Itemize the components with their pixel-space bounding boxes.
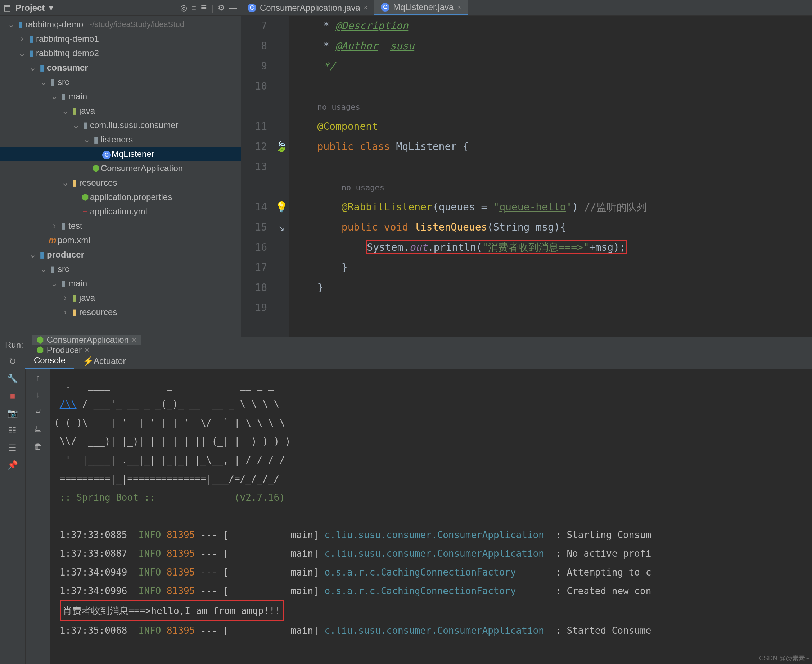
impl-icon[interactable]: ↘ xyxy=(274,217,289,238)
class-icon: C xyxy=(381,3,390,11)
leaf-icon[interactable]: 🍃 xyxy=(274,137,289,157)
project-tree[interactable]: ⌄▮rabbitmq-demo~/study/ideaStudy/ideaStu… xyxy=(0,16,241,337)
project-header[interactable]: ▤ Project ▾ ◎ ≡ ≣ | ⚙ — xyxy=(0,0,241,16)
target-icon[interactable]: ◎ xyxy=(180,3,187,13)
tree-item-rabbitmq-demo1[interactable]: ›▮rabbitmq-demo1 xyxy=(0,32,241,46)
 xyxy=(274,96,289,117)
hide-icon[interactable]: — xyxy=(229,3,237,13)
tree-item-src[interactable]: ⌄▮src xyxy=(0,262,241,276)
 xyxy=(274,257,289,278)
project-sidebar: ▤ Project ▾ ◎ ≡ ≣ | ⚙ — ⌄▮rabbitmq-demo~… xyxy=(0,0,241,337)
tree-item-main[interactable]: ⌄▮main xyxy=(0,276,241,291)
tree-item-consumer[interactable]: ⌄▮consumer xyxy=(0,60,241,75)
close-icon[interactable]: × xyxy=(132,335,137,345)
project-title: Project xyxy=(15,3,45,13)
run-toolbar-left[interactable]: ↻🔧■📷☷☰📌 xyxy=(0,353,25,664)
rerun-icon[interactable]: ↻ xyxy=(9,356,16,366)
tree-item-application-yml[interactable]: ≡application.yml xyxy=(0,204,241,219)
run-label: Run: xyxy=(5,340,23,350)
 xyxy=(274,16,289,36)
 xyxy=(274,238,289,257)
collapse-icon[interactable]: ≡ xyxy=(191,3,196,13)
close-icon[interactable]: × xyxy=(457,3,461,11)
spring-icon: ⬢ xyxy=(36,335,44,345)
gear-icon[interactable]: ⚙ xyxy=(218,3,225,13)
run-subtab-actuator[interactable]: ⚡ Actuator xyxy=(74,353,134,369)
 xyxy=(274,36,289,56)
 xyxy=(274,298,289,318)
run-subtab-console[interactable]: Console xyxy=(25,353,74,369)
tree-item-java[interactable]: ⌄▮java xyxy=(0,104,241,118)
 xyxy=(274,117,289,137)
editor-area: CConsumerApplication.java×CMqListener.ja… xyxy=(241,0,812,337)
run-toolbar-inner[interactable]: ↑↓⤶🖶🗑 xyxy=(25,369,51,664)
tree-item-main[interactable]: ⌄▮main xyxy=(0,89,241,104)
wrench-icon[interactable]: 🔧 xyxy=(7,374,18,384)
run-subtabs[interactable]: Console⚡ Actuator xyxy=(25,353,812,369)
trash-icon[interactable]: 🗑 xyxy=(34,441,42,451)
tree-item-java[interactable]: ›▮java xyxy=(0,291,241,305)
camera-icon[interactable]: 📷 xyxy=(7,408,18,418)
down-icon[interactable]: ↓ xyxy=(36,389,40,400)
tree-item-resources[interactable]: ⌄▮resources xyxy=(0,176,241,190)
print-icon[interactable]: 🖶 xyxy=(34,424,42,434)
layout-icon[interactable]: ☷ xyxy=(9,426,16,436)
console-output[interactable]: . ____ _ __ _ _ /\\ / ___'_ __ _ _(_)_ _… xyxy=(51,369,812,664)
editor-tab-consumerapplication-java[interactable]: CConsumerApplication.java× xyxy=(241,0,374,15)
tree-item-application-properties[interactable]: ⬢application.properties xyxy=(0,190,241,204)
source-code[interactable]: * @Description * @Author susu */ no usag… xyxy=(289,16,812,337)
editor-tab-mqlistener-java[interactable]: CMqListener.java× xyxy=(374,0,468,15)
tree-item-resources[interactable]: ›▮resources xyxy=(0,305,241,319)
tree-item-producer[interactable]: ⌄▮producer xyxy=(0,247,241,262)
tree-item-pom-xml[interactable]: mpom.xml xyxy=(0,233,241,247)
tree-item-listeners[interactable]: ⌄▮listeners xyxy=(0,132,241,147)
expand-icon[interactable]: ≣ xyxy=(201,3,207,13)
gutter-linenums: 78910 111213 141516171819 xyxy=(241,16,274,337)
stop-icon[interactable]: ■ xyxy=(10,391,15,401)
tree-item-rabbitmq-demo[interactable]: ⌄▮rabbitmq-demo~/study/ideaStudy/ideaStu… xyxy=(0,17,241,32)
tab-label: ConsumerApplication.java xyxy=(260,3,360,13)
editor-tabs[interactable]: CConsumerApplication.java×CMqListener.ja… xyxy=(241,0,812,16)
gutter-icons: 🍃💡↘ xyxy=(274,16,289,337)
run-panel: Run: ⬢ ConsumerApplication ×⬢ Producer ×… xyxy=(0,337,812,664)
 xyxy=(274,177,289,197)
project-icon: ▤ xyxy=(3,3,11,13)
tree-item-com-liu-susu-consumer[interactable]: ⌄▮com.liu.susu.consumer xyxy=(0,118,241,132)
bulb-icon[interactable]: 💡 xyxy=(274,197,289,217)
code-editor[interactable]: 78910 111213 141516171819 🍃💡↘ * @Descrip… xyxy=(241,16,812,337)
up-icon[interactable]: ↑ xyxy=(36,372,40,382)
print-sep-icon[interactable]: ☰ xyxy=(9,443,16,453)
 xyxy=(274,157,289,177)
chevron-down-icon[interactable]: ▾ xyxy=(49,3,53,13)
watermark: CSDN @@素素~ xyxy=(759,654,809,662)
run-tab-consumerapplication[interactable]: ⬢ ConsumerApplication × xyxy=(32,335,141,345)
 xyxy=(274,76,289,96)
tab-label: MqListener.java xyxy=(393,2,453,12)
close-icon[interactable]: × xyxy=(364,4,368,11)
run-header: Run: ⬢ ConsumerApplication ×⬢ Producer × xyxy=(0,337,812,353)
 xyxy=(274,56,289,76)
class-icon: C xyxy=(248,3,256,12)
 xyxy=(274,278,289,298)
tree-item-src[interactable]: ⌄▮src xyxy=(0,75,241,89)
tree-item-test[interactable]: ›▮test xyxy=(0,219,241,233)
tree-item-mqlistener[interactable]: CMqListener xyxy=(0,147,241,161)
tree-item-consumerapplication[interactable]: ⬢ConsumerApplication xyxy=(0,161,241,176)
wrap-icon[interactable]: ⤶ xyxy=(34,407,42,417)
pin-icon[interactable]: 📌 xyxy=(7,460,18,470)
tree-item-rabbitmq-demo2[interactable]: ⌄▮rabbitmq-demo2 xyxy=(0,46,241,60)
